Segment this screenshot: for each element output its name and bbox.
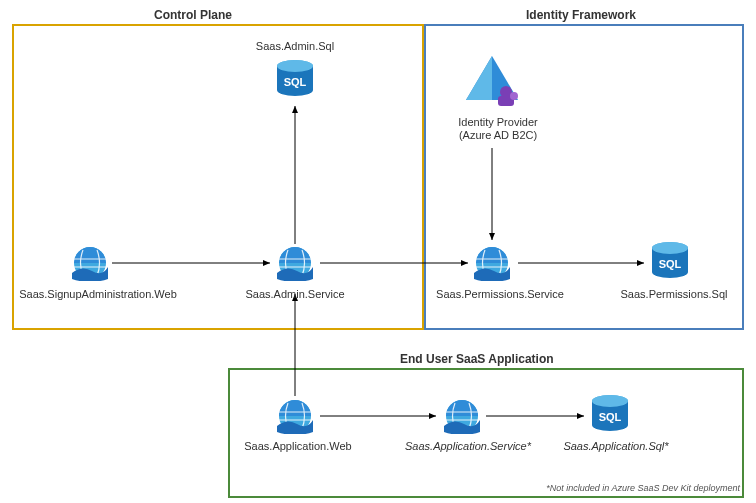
svg-point-25 bbox=[592, 395, 628, 407]
label-signup-web: Saas.SignupAdministration.Web bbox=[18, 288, 178, 300]
architecture-diagram: Control Plane Identity Framework End Use… bbox=[0, 0, 756, 503]
group-control-plane: Control Plane bbox=[12, 24, 424, 330]
svg-text:SQL: SQL bbox=[599, 411, 622, 423]
group-title-identity-framework: Identity Framework bbox=[526, 8, 636, 22]
app-service-icon bbox=[273, 398, 317, 434]
app-service-icon bbox=[440, 398, 484, 434]
label-admin-sql: Saas.Admin.Sql bbox=[250, 40, 340, 52]
label-app-web: Saas.Application.Web bbox=[238, 440, 358, 452]
svg-point-20 bbox=[652, 242, 688, 254]
svg-text:SQL: SQL bbox=[659, 258, 682, 270]
app-service-icon bbox=[273, 245, 317, 281]
sql-icon: SQL bbox=[273, 58, 317, 94]
label-identity-provider-line2: (Azure AD B2C) bbox=[448, 129, 548, 142]
group-title-end-user-app: End User SaaS Application bbox=[400, 352, 554, 366]
group-title-control-plane: Control Plane bbox=[154, 8, 232, 22]
svg-point-17 bbox=[510, 92, 518, 100]
footnote: *Not included in Azure SaaS Dev Kit depl… bbox=[546, 483, 740, 493]
azure-logo-icon bbox=[462, 52, 522, 112]
label-identity-provider-line1: Identity Provider bbox=[448, 116, 548, 129]
label-perm-service: Saas.Permissions.Service bbox=[430, 288, 570, 300]
sql-icon: SQL bbox=[588, 393, 632, 429]
svg-marker-14 bbox=[466, 56, 492, 100]
app-service-icon bbox=[470, 245, 514, 281]
label-admin-service: Saas.Admin.Service bbox=[240, 288, 350, 300]
label-app-service: Saas.Application.Service* bbox=[398, 440, 538, 452]
svg-text:SQL: SQL bbox=[284, 76, 307, 88]
app-service-icon bbox=[68, 245, 112, 281]
sql-icon: SQL bbox=[648, 240, 692, 276]
label-identity-provider: Identity Provider (Azure AD B2C) bbox=[448, 116, 548, 142]
label-app-sql: Saas.Application.Sql* bbox=[556, 440, 676, 452]
svg-point-9 bbox=[277, 60, 313, 72]
label-perm-sql: Saas.Permissions.Sql bbox=[614, 288, 734, 300]
